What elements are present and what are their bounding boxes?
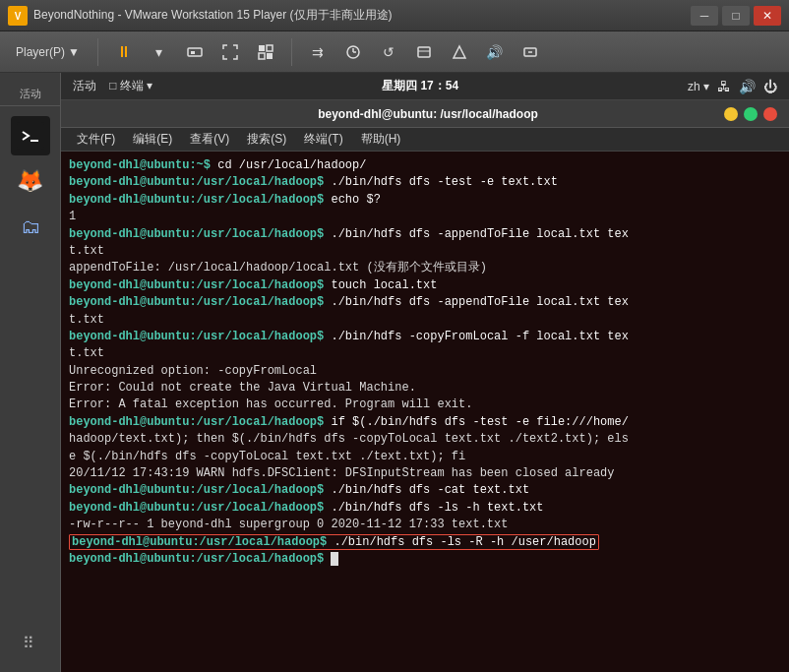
terminal-prompt: beyond-dhl@ubuntu:/usr/local/hadoop$	[69, 193, 331, 207]
svg-rect-11	[418, 47, 430, 57]
terminal-command: touch local.txt	[331, 278, 437, 292]
title-bar: V BeyondNothing - VMware Workstation 15 …	[0, 0, 789, 31]
terminal-line: e $(./bin/hdfs dfs -copyToLocal text.txt…	[69, 449, 781, 465]
activity-panel: 活动 🦊 🗂 ⠿	[0, 73, 61, 672]
close-button[interactable]: ✕	[754, 6, 781, 26]
terminal-line: beyond-dhl@ubuntu:/usr/local/hadoop$	[69, 551, 781, 568]
svg-rect-16	[17, 122, 44, 150]
toolbar-icon-1[interactable]: ▾	[146, 38, 173, 66]
terminal-line: -rw-r--r-- 1 beyond-dhl supergroup 0 202…	[69, 517, 781, 533]
pause-button[interactable]: ⏸	[110, 38, 138, 66]
window-title: BeyondNothing - VMware Workstation 15 Pl…	[33, 7, 691, 24]
svg-text:V: V	[15, 11, 22, 22]
terminal-line: t.txt	[69, 243, 781, 260]
terminal-cursor	[331, 552, 338, 566]
view-fullscreen-button[interactable]	[216, 38, 244, 66]
terminal-command: ./bin/hdfs dfs -ls -R -h /user/hadoop	[334, 535, 595, 549]
terminal-line: beyond-dhl@ubuntu:/usr/local/hadoop$ ./b…	[69, 226, 781, 243]
svg-rect-4	[259, 45, 265, 51]
terminal-prompt: beyond-dhl@ubuntu:/usr/local/hadoop$	[69, 227, 331, 241]
files-activity-icon[interactable]: 🗂	[11, 207, 50, 246]
svg-marker-13	[454, 46, 465, 58]
terminal-line: hadoop/text.txt); then $(./bin/hdfs dfs …	[69, 431, 781, 448]
app-icon: V	[8, 6, 28, 26]
terminal-line: 1	[69, 209, 781, 225]
terminal-close-button[interactable]	[763, 107, 777, 121]
toolbar-icon-7[interactable]: 🔊	[481, 38, 509, 66]
terminal-line: beyond-dhl@ubuntu:/usr/local/hadoop$ ./b…	[69, 534, 781, 551]
terminal-menu-file[interactable]: 文件(F)	[69, 129, 123, 150]
terminal-output: Error: A fatal exception has occurred. P…	[69, 397, 472, 411]
terminal-output: appendToFile: /usr/local/hadoop/local.tx…	[69, 261, 487, 275]
minimize-button[interactable]: ─	[691, 6, 718, 26]
svg-rect-7	[267, 53, 273, 59]
terminal-content[interactable]: beyond-dhl@ubuntu:~$ cd /usr/local/hadoo…	[61, 152, 789, 672]
terminal-menu-edit[interactable]: 编辑(E)	[125, 129, 180, 150]
terminal-menu-terminal[interactable]: 终端(T)	[296, 129, 350, 150]
toolbar-icon-6[interactable]	[446, 38, 473, 66]
toolbar-separator-2	[291, 38, 292, 66]
terminal-prompt: beyond-dhl@ubuntu:/usr/local/hadoop$	[69, 483, 331, 497]
terminal-command: ./bin/hdfs dfs -appendToFile local.txt t…	[331, 295, 628, 309]
firefox-activity-icon[interactable]: 🦊	[11, 161, 50, 201]
terminal-line: appendToFile: /usr/local/hadoop/local.tx…	[69, 260, 781, 276]
terminal-output: Unrecognized option: -copyFromLocal	[69, 364, 317, 378]
terminal-line: beyond-dhl@ubuntu:/usr/local/hadoop$ ./b…	[69, 174, 781, 191]
toolbar-icon-3[interactable]	[339, 38, 367, 66]
terminal-output: hadoop/text.txt); then $(./bin/hdfs dfs …	[69, 432, 629, 446]
terminal-activity-icon[interactable]	[11, 116, 50, 155]
terminal-taskbar-button[interactable]: □ 终端 ▾	[109, 79, 152, 92]
send-ctrl-alt-del-button[interactable]	[181, 38, 209, 66]
app-grid-icon[interactable]: ⠿	[11, 623, 50, 662]
activity-label[interactable]: 活动	[0, 83, 60, 106]
terminal-line: beyond-dhl@ubuntu:/usr/local/hadoop$ ./b…	[69, 329, 781, 345]
player-menu-button[interactable]: Player(P) ▼	[10, 41, 86, 63]
network-icon[interactable]: 🖧	[717, 79, 731, 94]
terminal-line: beyond-dhl@ubuntu:/usr/local/hadoop$ ./b…	[69, 500, 781, 517]
power-icon[interactable]: ⏻	[763, 79, 777, 94]
lang-button[interactable]: zh ▾	[688, 80, 709, 93]
terminal-command: ./bin/hdfs dfs -appendToFile local.txt t…	[331, 227, 628, 241]
volume-icon[interactable]: 🔊	[739, 79, 756, 94]
terminal-output: -rw-r--r-- 1 beyond-dhl supergroup 0 202…	[69, 518, 508, 531]
terminal-line: beyond-dhl@ubuntu:/usr/local/hadoop$ tou…	[69, 277, 781, 294]
terminal-output: t.txt	[69, 313, 104, 327]
system-bar: 活动 □ 终端 ▾ 星期四 17：54 zh ▾ 🖧 🔊 ⏻	[61, 73, 789, 100]
terminal-line: t.txt	[69, 345, 781, 362]
toolbar-icon-4[interactable]: ↺	[375, 38, 402, 66]
terminal-line: beyond-dhl@ubuntu:/usr/local/hadoop$ ech…	[69, 192, 781, 209]
toolbar-icon-8[interactable]	[516, 38, 544, 66]
terminal-output: e $(./bin/hdfs dfs -copyToLocal text.txt…	[69, 450, 465, 463]
terminal-prompt: beyond-dhl@ubuntu:/usr/local/hadoop$	[69, 295, 331, 309]
terminal-command: ./bin/hdfs dfs -ls -h text.txt	[331, 501, 543, 515]
maximize-button[interactable]: □	[722, 6, 750, 26]
terminal-output: 20/11/12 17:43:19 WARN hdfs.DFSClient: D…	[69, 466, 615, 480]
svg-rect-3	[191, 51, 195, 54]
terminal-line: beyond-dhl@ubuntu:/usr/local/hadoop$ if …	[69, 414, 781, 431]
svg-rect-6	[259, 53, 265, 59]
terminal-titlebar: beyond-dhl@ubuntu: /usr/local/hadoop	[61, 100, 789, 128]
activities-button[interactable]: 活动 □ 终端 ▾	[73, 78, 152, 94]
window-controls: ─ □ ✕	[691, 6, 781, 26]
toolbar-icon-2[interactable]: ⇉	[304, 38, 332, 66]
terminal-line: beyond-dhl@ubuntu:~$ cd /usr/local/hadoo…	[69, 157, 781, 174]
terminal-line: Error: A fatal exception has occurred. P…	[69, 397, 781, 413]
terminal-line: 20/11/12 17:43:19 WARN hdfs.DFSClient: D…	[69, 465, 781, 482]
terminal-minimize-button[interactable]	[724, 107, 738, 121]
terminal-menu-view[interactable]: 查看(V)	[182, 129, 237, 150]
terminal-menu: 文件(F) 编辑(E) 查看(V) 搜索(S) 终端(T) 帮助(H)	[61, 128, 789, 152]
terminal-menu-help[interactable]: 帮助(H)	[353, 129, 409, 150]
terminal-prompt: beyond-dhl@ubuntu:/usr/local/hadoop$	[69, 330, 331, 343]
terminal-menu-search[interactable]: 搜索(S)	[239, 129, 294, 150]
terminal-command: ./bin/hdfs -copyFromLocal -f local.txt t…	[331, 330, 628, 343]
terminal-command: if $(./bin/hdfs dfs -test -e file:///hom…	[331, 415, 628, 429]
terminal-line: beyond-dhl@ubuntu:/usr/local/hadoop$ ./b…	[69, 482, 781, 499]
unity-mode-button[interactable]	[252, 38, 279, 66]
terminal-output: Error: Could not create the Java Virtual…	[69, 381, 416, 395]
system-tray: zh ▾ 🖧 🔊 ⏻	[688, 79, 777, 94]
terminal-prompt: beyond-dhl@ubuntu:/usr/local/hadoop$	[69, 501, 331, 515]
terminal-line: t.txt	[69, 312, 781, 329]
toolbar-icon-5[interactable]	[410, 38, 438, 66]
terminal-prompt: beyond-dhl@ubuntu:~$	[69, 158, 217, 172]
terminal-maximize-button[interactable]	[744, 107, 758, 121]
